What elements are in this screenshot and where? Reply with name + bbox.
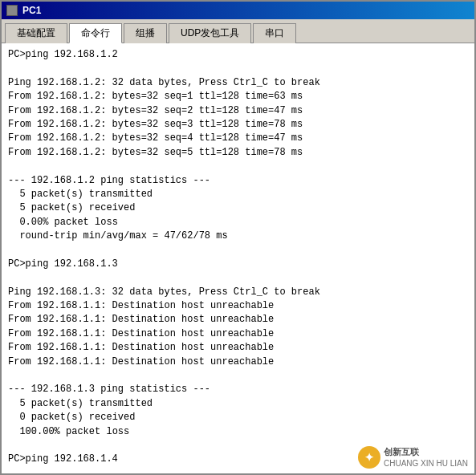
terminal-output: PC>ping 192.168.1.2 Ping 192.168.1.2: 32… [8, 48, 468, 467]
tab-udp[interactable]: UDP发包工具 [169, 23, 251, 43]
tab-bar: 基础配置 命令行 组播 UDP发包工具 串口 [2, 19, 474, 43]
tab-group[interactable]: 组播 [124, 23, 167, 43]
watermark-line2: CHUANG XIN HU LIAN [384, 458, 468, 469]
watermark: ✦ 创新互联 CHUANG XIN HU LIAN [358, 446, 468, 469]
window-icon [6, 5, 18, 16]
window-title: PC1 [22, 5, 41, 16]
window: PC1 基础配置 命令行 组播 UDP发包工具 串口 PC>ping 192.1… [0, 0, 476, 475]
watermark-icon: ✦ [358, 446, 380, 469]
title-bar: PC1 [2, 2, 474, 19]
tab-command[interactable]: 命令行 [69, 23, 122, 43]
watermark-line1: 创新互联 [384, 446, 468, 457]
tab-serial[interactable]: 串口 [253, 23, 296, 43]
terminal-area[interactable]: PC>ping 192.168.1.2 Ping 192.168.1.2: 32… [2, 43, 474, 473]
watermark-text: 创新互联 CHUANG XIN HU LIAN [384, 446, 468, 468]
tab-basic[interactable]: 基础配置 [5, 23, 67, 43]
